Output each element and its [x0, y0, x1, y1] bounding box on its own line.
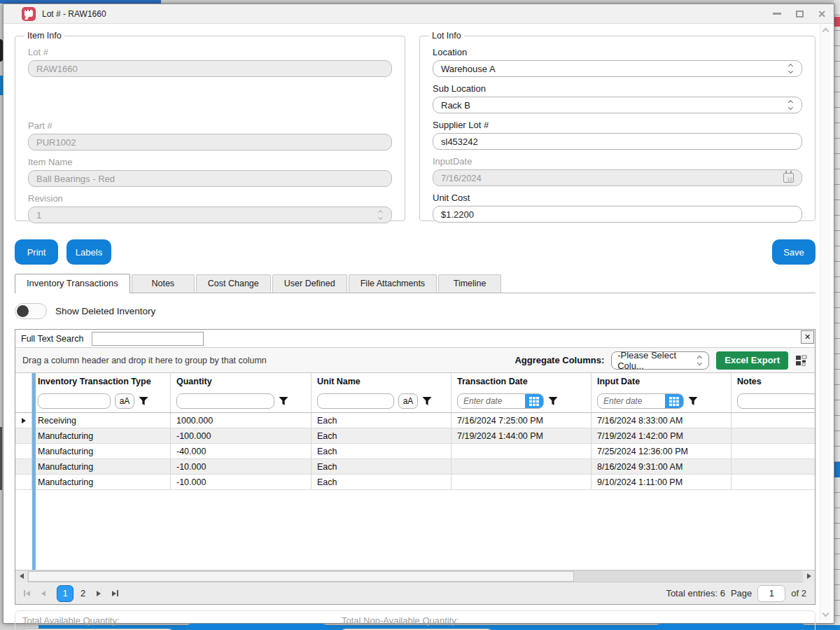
table-row[interactable]: Manufacturing-40.000 Each 7/25/2024 12:3… — [15, 444, 815, 459]
calendar-picker-icon[interactable] — [665, 394, 683, 408]
sub-location-label: Sub Location — [433, 83, 802, 94]
row-indicator-header — [15, 373, 32, 390]
column-header-unit-name[interactable]: Unit Name — [312, 373, 451, 390]
tab-timeline[interactable]: Timeline — [438, 274, 501, 293]
item-info-legend: Item Info — [24, 31, 64, 41]
tab-file-attachments[interactable]: File Attachments — [349, 274, 437, 293]
group-by-bar[interactable]: Drag a column header and drop it here to… — [15, 348, 815, 373]
scroll-up-icon[interactable] — [822, 28, 830, 35]
input-date-field: 7/16/2024 12 — [433, 169, 802, 186]
background-table-sliver — [834, 0, 840, 630]
show-deleted-label: Show Deleted Inventory — [55, 306, 155, 316]
lot-dialog-window: Lot # - RAW1660 ✕ Item Info Lot # RAW166… — [3, 4, 834, 624]
app-logo-icon — [22, 7, 36, 21]
page-2-button[interactable]: 2 — [80, 588, 85, 598]
page-1-button[interactable]: 1 — [57, 585, 74, 602]
vertical-scrollbar[interactable] — [820, 24, 831, 620]
column-header-notes[interactable]: Notes — [732, 373, 815, 390]
page-number-input[interactable]: 1 — [757, 585, 785, 602]
calendar-picker-icon[interactable] — [525, 394, 543, 408]
table-row[interactable]: Manufacturing-10.000 Each 9/10/2024 1:11… — [15, 475, 815, 490]
table-row[interactable]: Receiving1000.000 Each7/16/2024 7:25:00 … — [15, 413, 815, 428]
column-chooser-icon[interactable] — [795, 354, 808, 367]
background-left-fragment — [0, 427, 2, 490]
next-page-button[interactable] — [97, 591, 101, 596]
filter-funnel-icon[interactable] — [139, 396, 148, 406]
lot-number-field: RAW1660 — [28, 60, 392, 77]
location-select[interactable]: Warehouse A — [433, 60, 802, 77]
dropdown-chevrons-icon — [789, 101, 792, 109]
table-row[interactable]: Manufacturing-100.000 Each7/19/2024 1:44… — [15, 428, 815, 444]
table-row[interactable]: Manufacturing-10.000 Each 8/16/2024 9:31… — [15, 459, 815, 475]
filter-input-quantity[interactable] — [176, 393, 274, 409]
adjustment-button[interactable]: Adjustment — [654, 624, 808, 630]
inventory-transactions-grid: Full Text Search ✕ Drag a column header … — [15, 329, 816, 605]
toggle-knob — [17, 305, 29, 317]
title-bar[interactable]: Lot # - RAW1660 ✕ — [4, 4, 834, 24]
totals-footer: Total Available Quantity: 770.000 Clear … — [15, 610, 816, 630]
table-header-row: Inventory Transaction Type Quantity Unit… — [15, 373, 815, 390]
column-header-transaction-type[interactable]: Inventory Transaction Type — [32, 373, 171, 390]
item-name-field: Ball Bearings - Red — [28, 170, 392, 187]
last-page-button[interactable] — [112, 590, 118, 596]
minimize-button[interactable] — [772, 9, 782, 19]
lot-info-legend: Lot Info — [429, 31, 464, 41]
scrollbar-thumb[interactable] — [28, 571, 574, 582]
save-button[interactable]: Save — [772, 239, 816, 265]
supplier-lot-field[interactable]: sl453242 — [433, 133, 802, 150]
maximize-button[interactable] — [794, 9, 804, 19]
part-number-label: Part # — [28, 120, 392, 131]
first-page-button[interactable] — [24, 590, 30, 596]
scroll-left-icon[interactable] — [15, 570, 27, 582]
scroll-down-icon[interactable] — [822, 610, 830, 617]
group-by-hint: Drag a column header and drop it here to… — [22, 356, 267, 365]
tab-user-defined[interactable]: User Defined — [272, 274, 347, 293]
background-selected-row-sliver — [834, 462, 840, 477]
filter-input-transaction-type[interactable] — [38, 393, 111, 409]
labels-button[interactable]: Labels — [66, 239, 111, 265]
item-info-group: Item Info Lot # RAW1660 Part # PUR1002 I… — [15, 31, 405, 221]
date-placeholder[interactable]: Enter date — [458, 394, 525, 408]
filter-date-transaction[interactable]: Enter date — [457, 393, 544, 409]
column-header-input-date[interactable]: Input Date — [592, 373, 732, 390]
tab-inventory-transactions[interactable]: Inventory Transactions — [15, 274, 130, 293]
calendar-icon: 12 — [783, 173, 794, 183]
excel-export-button[interactable]: Excel Export — [716, 351, 788, 370]
revision-label: Revision — [28, 193, 392, 204]
filter-funnel-icon[interactable] — [422, 396, 432, 406]
column-header-transaction-date[interactable]: Transaction Date — [451, 373, 592, 390]
filter-date-input[interactable]: Enter date — [597, 393, 684, 409]
full-text-search-label: Full Text Search — [21, 334, 83, 344]
filter-input-notes[interactable] — [737, 393, 815, 409]
clear-button[interactable]: Clear — [185, 624, 329, 630]
case-sensitive-button[interactable]: aA — [115, 393, 134, 409]
show-deleted-toggle[interactable] — [15, 303, 47, 319]
filter-funnel-icon[interactable] — [688, 396, 698, 406]
scroll-right-icon[interactable] — [803, 570, 815, 582]
dropdown-chevrons-icon — [789, 64, 792, 73]
print-button[interactable]: Print — [15, 239, 58, 265]
filter-funnel-icon[interactable] — [548, 396, 558, 406]
unit-cost-field[interactable]: $1.2200 — [433, 206, 802, 223]
total-entries-label: Total entries: 6 — [666, 588, 725, 598]
supplier-lot-label: Supplier Lot # — [433, 120, 802, 130]
tab-notes[interactable]: Notes — [132, 274, 195, 293]
tab-cost-change[interactable]: Cost Change — [196, 274, 271, 293]
prev-page-button[interactable] — [41, 591, 46, 596]
grid-close-icon[interactable]: ✕ — [801, 330, 814, 344]
total-available-label: Total Available Quantity: — [22, 615, 175, 626]
column-header-quantity[interactable]: Quantity — [171, 373, 312, 390]
full-text-search-input[interactable] — [92, 332, 204, 346]
total-non-available-label: Total Non-Available Quantity: — [342, 615, 494, 626]
sub-location-select[interactable]: Rack B — [433, 97, 802, 113]
filter-input-unit-name[interactable] — [317, 393, 394, 409]
item-name-label: Item Name — [28, 157, 392, 167]
pager-bar: 1 2 Total entries: 6 Page 1 of 2 — [15, 582, 815, 604]
date-placeholder[interactable]: Enter date — [598, 394, 665, 408]
filter-funnel-icon[interactable] — [279, 396, 288, 406]
horizontal-scrollbar[interactable] — [15, 570, 815, 582]
case-sensitive-button[interactable]: aA — [398, 393, 418, 409]
close-button[interactable]: ✕ — [817, 9, 827, 19]
aggregate-columns-select[interactable]: -Please Select Colu... — [611, 351, 709, 370]
spinner-chevrons-icon — [379, 211, 382, 219]
